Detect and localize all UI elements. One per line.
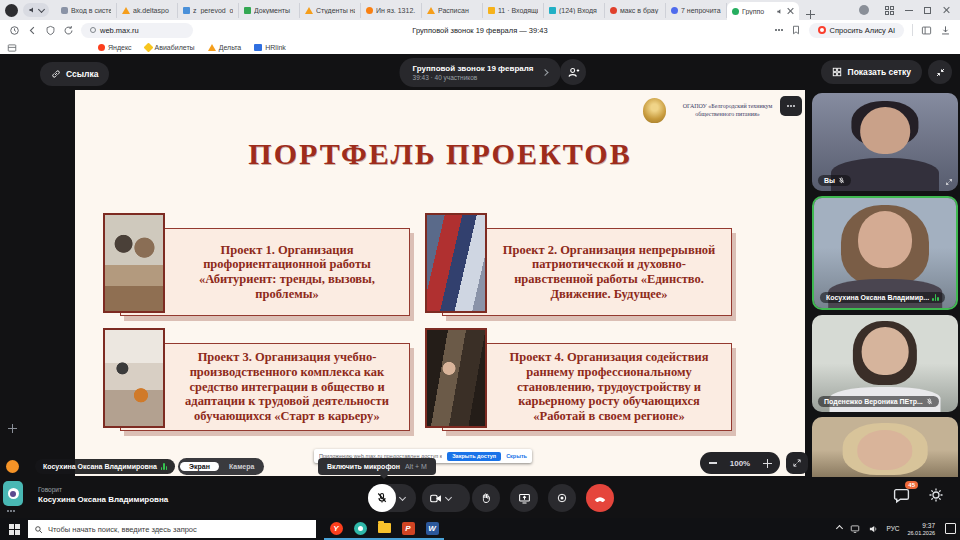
taskbar-app-yandex-browser[interactable]: Y — [324, 518, 348, 540]
bookmark-delta[interactable]: Дельта — [208, 44, 242, 51]
tab-close-icon[interactable] — [786, 7, 794, 15]
tab-audio-control[interactable] — [23, 3, 49, 17]
taskbar-app-powerpoint[interactable]: P — [396, 518, 420, 540]
taskbar-app-max[interactable] — [348, 518, 372, 540]
sidebar-emoji-icon[interactable] — [6, 460, 19, 473]
tray-expand-icon[interactable] — [836, 525, 843, 532]
expand-icon — [792, 458, 802, 468]
taskbar-search-input[interactable] — [48, 525, 310, 534]
browser-tab[interactable]: Вход в систе — [56, 3, 117, 18]
browser-tab[interactable]: Ин яз. 1312. — [361, 3, 422, 18]
copy-link-button[interactable]: Ссылка — [40, 62, 109, 86]
bookmark-yandex[interactable]: Яндекс — [98, 44, 132, 51]
share-more-button[interactable] — [780, 96, 802, 116]
settings-button[interactable] — [928, 487, 944, 503]
mailru-icon — [549, 7, 556, 14]
shield-icon[interactable] — [45, 25, 56, 36]
record-button[interactable] — [548, 484, 576, 512]
panels-icon[interactable] — [7, 43, 17, 53]
taskbar-clock[interactable]: 9:37 26.01.2026 — [907, 522, 935, 536]
tile-expand-icon[interactable] — [945, 178, 953, 186]
source-screen-tab[interactable]: Экран — [180, 462, 219, 471]
stop-sharing-button[interactable]: Закрыть доступ — [447, 452, 501, 461]
share-screen-button[interactable] — [510, 484, 538, 512]
hide-banner-button[interactable]: Скрыть — [506, 453, 527, 459]
refresh-icon[interactable] — [63, 25, 74, 36]
more-icon[interactable] — [775, 29, 783, 31]
tab-title: 7 непрочита — [681, 7, 721, 14]
presenter-name: Косухина Оксана Владимировна — [43, 463, 157, 470]
extension-icon[interactable] — [859, 5, 869, 15]
zoom-in-button[interactable] — [763, 459, 771, 467]
org-emblem-icon — [643, 98, 666, 123]
browser-tab[interactable]: Расписан — [422, 3, 483, 18]
history-clock-icon[interactable] — [9, 25, 20, 36]
show-grid-button[interactable]: Показать сетку — [821, 60, 922, 84]
back-icon[interactable] — [27, 25, 38, 36]
camera-icon[interactable] — [429, 492, 442, 505]
mail-icon — [488, 7, 495, 14]
bookmark-hrlink[interactable]: HRlink — [254, 44, 286, 51]
taskbar-app-word[interactable]: W — [420, 518, 444, 540]
camera-options-chevron-icon[interactable] — [445, 493, 452, 500]
speaker-icon[interactable] — [868, 524, 878, 534]
browser-tab[interactable]: 7 непрочита — [666, 3, 727, 18]
raise-hand-button[interactable] — [472, 484, 500, 512]
maximize-icon[interactable] — [924, 7, 931, 14]
participant-tile-podenezhko[interactable]: Поденежко Вероника ПЕтр... — [812, 315, 958, 412]
language-indicator[interactable]: РУС — [886, 525, 899, 532]
alice-ai-button[interactable]: Спросить Алису AI — [809, 23, 904, 38]
search-icon — [34, 525, 43, 534]
browser-tab[interactable]: 11 · Входящи — [483, 3, 544, 18]
browser-tab-active[interactable]: Группо — [727, 2, 799, 20]
sidebar-panel-icon[interactable] — [921, 25, 932, 36]
participant-tile-you[interactable]: Вы — [812, 93, 958, 191]
mic-options-chevron-icon[interactable] — [399, 493, 406, 500]
call-title: Групповой звонок 19 февраля — [413, 64, 534, 73]
taskbar-search[interactable] — [28, 520, 316, 538]
display-icon[interactable] — [850, 524, 860, 534]
url-field[interactable]: web.max.ru — [81, 23, 193, 38]
participant-tile-kosukhina[interactable]: Косухина Оксана Владимир... — [812, 196, 958, 310]
add-participant-button[interactable] — [560, 59, 586, 85]
action-center-icon[interactable] — [945, 523, 956, 534]
bookmark-icon[interactable] — [791, 25, 801, 35]
chat-button[interactable]: 45 — [893, 487, 910, 504]
project-card-4: Проект 4. Организация содействия раннему… — [425, 328, 735, 443]
chevron-down-icon — [38, 5, 45, 12]
browser-tab[interactable]: макс в брау — [605, 3, 666, 18]
taskbar-app-explorer[interactable] — [372, 518, 396, 540]
download-icon[interactable] — [940, 25, 951, 36]
share-screen-icon — [518, 492, 531, 505]
tab-panel-icon[interactable] — [885, 6, 894, 15]
clock-date: 26.01.2026 — [907, 530, 935, 537]
tab-favicon — [61, 7, 68, 14]
browser-tab[interactable]: z_perevod_o — [178, 3, 239, 18]
collapse-view-button[interactable] — [928, 60, 952, 84]
word-icon: W — [426, 522, 439, 535]
fullscreen-button[interactable] — [786, 452, 808, 474]
minimize-icon[interactable] — [905, 10, 913, 11]
sidebar-more-icon[interactable] — [7, 510, 15, 512]
source-camera-tab[interactable]: Камера — [221, 462, 263, 471]
participant-tile-4[interactable] — [812, 417, 958, 477]
browser-tab[interactable]: Документы — [239, 3, 300, 18]
mic-toggle-button[interactable] — [368, 484, 396, 512]
screen: Вход в систе ak.deltaspo z_perevod_o Док… — [0, 0, 960, 540]
browser-tab[interactable]: ak.deltaspo — [117, 3, 178, 18]
tab-speaker-icon[interactable] — [776, 8, 783, 15]
start-button[interactable] — [0, 518, 28, 540]
bookmark-aviabilety[interactable]: Авиабилеты — [145, 44, 195, 51]
folder-icon — [378, 523, 391, 533]
call-title-pill[interactable]: Групповой звонок 19 февраля 39:43 · 40 у… — [400, 58, 561, 87]
browser-tab[interactable]: Студенты на — [300, 3, 361, 18]
browser-tab[interactable]: (124) Входя — [544, 3, 605, 18]
browser-menu-icon[interactable] — [5, 4, 18, 17]
powerpoint-icon: P — [402, 522, 415, 535]
zoom-out-button[interactable] — [709, 462, 717, 463]
close-icon[interactable] — [942, 6, 950, 14]
sidebar-add-icon[interactable] — [8, 424, 17, 433]
system-tray: РУС 9:37 26.01.2026 — [837, 522, 960, 536]
hang-up-button[interactable] — [586, 484, 614, 512]
sidebar-app-icon[interactable] — [3, 481, 23, 506]
